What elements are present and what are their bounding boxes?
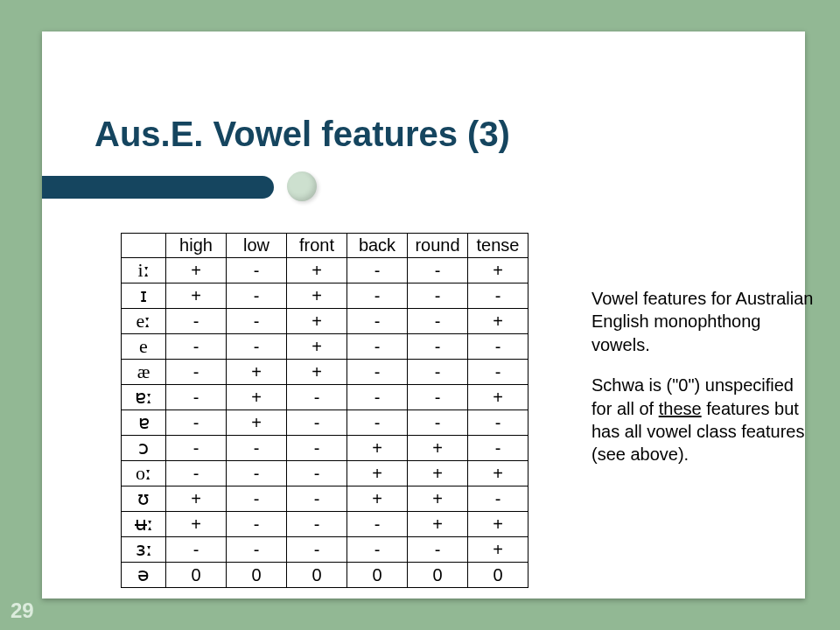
feature-cell: +	[166, 486, 227, 512]
vowel-cell: oː	[122, 461, 166, 486]
table-row: e--+---	[122, 334, 528, 360]
slide-card: Aus.E. Vowel features (3) highlowfrontba…	[42, 32, 805, 598]
feature-cell: +	[468, 461, 528, 486]
table-row: ʊ+--++-	[122, 486, 528, 512]
feature-cell: 0	[166, 563, 227, 588]
feature-cell: +	[227, 360, 287, 385]
feature-cell: -	[166, 461, 227, 486]
feature-cell: -	[227, 486, 287, 512]
table-header-row: highlowfrontbackroundtense	[122, 234, 528, 258]
feature-cell: -	[166, 360, 227, 385]
slide: Aus.E. Vowel features (3) highlowfrontba…	[0, 0, 840, 630]
side-p2-underlined: these	[659, 399, 702, 418]
vowel-cell: ə	[122, 563, 166, 588]
side-paragraph-1: Vowel features for Australian English mo…	[592, 287, 815, 356]
feature-cell: -	[287, 512, 347, 537]
feature-cell: -	[287, 410, 347, 436]
feature-cell: -	[166, 385, 227, 410]
feature-cell: -	[166, 309, 227, 334]
feature-cell: -	[408, 258, 468, 284]
table-body: iː+-+--+ɪ+-+---eː--+--+e--+---æ-++---ɐː-…	[122, 258, 528, 588]
feature-cell: 0	[347, 563, 408, 588]
feature-cell: -	[347, 309, 408, 334]
vowel-cell: ɐ	[122, 410, 166, 436]
feature-cell: +	[166, 512, 227, 537]
feature-cell: +	[166, 284, 227, 309]
accent-bar	[42, 176, 274, 199]
vowel-cell: ʊ	[122, 486, 166, 512]
feature-cell: -	[227, 334, 287, 360]
header-vowel	[122, 234, 166, 258]
feature-cell: +	[408, 512, 468, 537]
feature-cell: -	[227, 512, 287, 537]
table-row: ɪ+-+---	[122, 284, 528, 309]
table-row: ə000000	[122, 563, 528, 588]
feature-cell: -	[347, 334, 408, 360]
feature-cell: +	[468, 258, 528, 284]
feature-cell: -	[227, 309, 287, 334]
feature-cell: -	[166, 410, 227, 436]
feature-cell: -	[287, 486, 347, 512]
vowel-cell: ɐː	[122, 385, 166, 410]
feature-cell: -	[347, 284, 408, 309]
feature-cell: +	[468, 537, 528, 563]
feature-cell: -	[408, 537, 468, 563]
vowel-feature-table: highlowfrontbackroundtense iː+-+--+ɪ+-+-…	[121, 233, 528, 588]
feature-cell: -	[347, 537, 408, 563]
vowel-cell: ɜː	[122, 537, 166, 563]
feature-cell: +	[468, 309, 528, 334]
accent-dot	[287, 172, 317, 201]
feature-cell: -	[227, 436, 287, 461]
feature-cell: +	[347, 486, 408, 512]
feature-cell: -	[408, 385, 468, 410]
vowel-cell: iː	[122, 258, 166, 284]
feature-cell: 0	[287, 563, 347, 588]
table-row: ɜː-----+	[122, 537, 528, 563]
feature-cell: +	[287, 284, 347, 309]
vowel-cell: ɪ	[122, 284, 166, 309]
table-row: ʉː+---++	[122, 512, 528, 537]
feature-cell: -	[347, 512, 408, 537]
vowel-cell: æ	[122, 360, 166, 385]
side-description: Vowel features for Australian English mo…	[592, 287, 815, 484]
feature-cell: +	[287, 360, 347, 385]
table-row: oː---+++	[122, 461, 528, 486]
feature-cell: -	[347, 258, 408, 284]
feature-cell: -	[227, 537, 287, 563]
feature-cell: -	[468, 284, 528, 309]
feature-cell: -	[408, 334, 468, 360]
feature-cell: 0	[408, 563, 468, 588]
feature-cell: -	[468, 410, 528, 436]
feature-cell: -	[227, 258, 287, 284]
feature-cell: +	[287, 258, 347, 284]
feature-cell: -	[166, 334, 227, 360]
table-row: ɔ---++-	[122, 436, 528, 461]
vowel-cell: ɔ	[122, 436, 166, 461]
feature-cell: -	[347, 385, 408, 410]
feature-cell: -	[408, 284, 468, 309]
feature-cell: -	[408, 309, 468, 334]
table-row: æ-++---	[122, 360, 528, 385]
feature-cell: -	[166, 537, 227, 563]
table-row: iː+-+--+	[122, 258, 528, 284]
feature-cell: -	[468, 360, 528, 385]
page-number: 29	[10, 598, 34, 623]
feature-cell: -	[408, 360, 468, 385]
header-low: low	[227, 234, 287, 258]
table-row: ɐ-+----	[122, 410, 528, 436]
feature-cell: -	[227, 284, 287, 309]
slide-title: Aus.E. Vowel features (3)	[94, 115, 510, 154]
vowel-cell: ʉː	[122, 512, 166, 537]
feature-cell: -	[287, 436, 347, 461]
header-back: back	[347, 234, 408, 258]
feature-cell: 0	[227, 563, 287, 588]
header-tense: tense	[468, 234, 528, 258]
feature-cell: 0	[468, 563, 528, 588]
feature-cell: -	[287, 385, 347, 410]
feature-cell: -	[347, 360, 408, 385]
header-round: round	[408, 234, 468, 258]
feature-cell: +	[227, 385, 287, 410]
feature-cell: -	[468, 334, 528, 360]
vowel-cell: eː	[122, 309, 166, 334]
feature-cell: -	[468, 436, 528, 461]
